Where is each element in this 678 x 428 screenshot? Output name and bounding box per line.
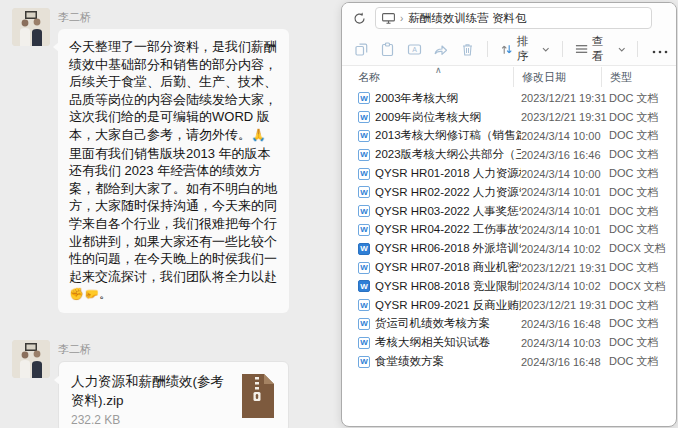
file-type: DOC 文档 — [609, 166, 676, 181]
file-name: QYSR HR07-2018 商业机密管理规范 — [375, 260, 521, 275]
share-button[interactable] — [428, 37, 455, 61]
attachment-file-name: 人力资源和薪酬绩效(参考资料).zip — [71, 372, 231, 410]
file-row[interactable]: QYSR HR02-2022 人力资源管理规范 2024/3/14 10:01 … — [342, 183, 676, 202]
avatar[interactable] — [12, 340, 50, 378]
file-row[interactable]: 2023版考核大纲公共部分（三项基础考... 2024/3/16 16:46 D… — [342, 145, 676, 164]
file-date-modified: 2024/3/16 16:48 — [521, 318, 609, 330]
folded-hands-emoji: 🙏 — [251, 128, 266, 142]
paste-button[interactable] — [375, 37, 402, 61]
file-name: 2009年岗位考核大纲 — [375, 110, 481, 125]
address-breadcrumb[interactable]: › 薪酬绩效训练营 资料包 — [375, 7, 652, 29]
file-date-modified: 2024/3/14 10:00 — [521, 130, 609, 142]
file-row[interactable]: 货运司机绩效考核方案 2024/3/16 16:48 DOC 文档 — [342, 315, 676, 334]
file-row[interactable]: 2009年岗位考核大纲 2023/12/21 19:31 DOC 文档 — [342, 108, 676, 127]
file-date-modified: 2024/3/14 10:01 — [521, 224, 609, 236]
file-name: 2013考核大纲修订稿（销售篇） — [375, 128, 521, 143]
doc-word-icon — [358, 224, 370, 236]
file-type: DOCX 文档 — [609, 279, 676, 294]
file-type: DOC 文档 — [609, 298, 676, 313]
sender-name: 李二桥 — [58, 10, 91, 25]
file-date-modified: 2024/3/14 10:02 — [521, 280, 609, 292]
doc-word-icon — [358, 356, 370, 368]
sort-arrows-icon — [500, 43, 513, 56]
file-name: QYSR HR06-2018 外派培训管理细则 -ok — [375, 241, 521, 256]
zip-file-icon — [240, 374, 274, 418]
file-row[interactable]: QYSR HR01-2018 人力资源标准 2024/3/14 10:00 DO… — [342, 164, 676, 183]
breadcrumb-path: 薪酬绩效训练营 资料包 — [408, 11, 526, 26]
doc-word-icon — [358, 168, 370, 180]
message-text: 里面有我们销售版块2013 年的版本还有我们 2023 年经营体的绩效方案，都给… — [69, 146, 277, 284]
file-type: DOC 文档 — [609, 335, 676, 350]
file-row[interactable]: 2013考核大纲修订稿（销售篇） 2024/3/14 10:00 DOC 文档 — [342, 127, 676, 146]
file-type: DOC 文档 — [609, 260, 676, 275]
sort-button[interactable]: 排序 — [494, 37, 556, 61]
sender-name: 李二桥 — [58, 342, 91, 357]
view-button[interactable]: 查看 — [569, 37, 631, 61]
file-type: DOC 文档 — [609, 222, 676, 237]
file-date-modified: 2024/3/14 10:01 — [521, 186, 609, 198]
file-row[interactable]: QYSR HR08-2018 竞业限制协议 2024/3/14 10:02 DO… — [342, 277, 676, 296]
doc-word-icon — [358, 205, 370, 217]
doc-word-icon — [358, 318, 370, 330]
file-name: QYSR HR04-2022 工伤事故管理细则- ok — [375, 222, 521, 237]
file-row[interactable]: 考核大纲相关知识试卷 2024/3/14 10:03 DOC 文档 — [342, 333, 676, 352]
file-name: QYSR HR01-2018 人力资源标准 — [375, 166, 521, 181]
file-row[interactable]: QYSR HR04-2022 工伤事故管理细则- ok 2024/3/14 10… — [342, 221, 676, 240]
copy-button[interactable] — [348, 37, 375, 61]
column-header-date[interactable]: 修改日期 — [513, 67, 609, 87]
column-header-row: ∧ 名称 修改日期 类型 — [342, 67, 676, 87]
file-row[interactable]: QYSR HR03-2022 人事奖惩管理细则-ok 2024/3/14 10:… — [342, 202, 676, 221]
file-date-modified: 2024/3/14 10:01 — [521, 205, 609, 217]
ellipsis-icon — [652, 50, 668, 54]
refresh-button[interactable] — [353, 12, 366, 25]
avatar[interactable] — [12, 8, 50, 46]
rename-icon: A — [407, 42, 422, 57]
breadcrumb-chevron-icon: › — [400, 13, 403, 24]
file-type: DOC 文档 — [609, 316, 676, 331]
svg-text:A: A — [412, 46, 417, 53]
avatar-photo-two-people — [12, 8, 50, 46]
doc-word-icon — [358, 149, 370, 161]
file-name: QYSR HR02-2022 人力资源管理规范 — [375, 185, 521, 200]
file-row[interactable]: QYSR HR09-2021 反商业贿赂管理细则 2023/12/21 19:3… — [342, 296, 676, 315]
doc-word-icon — [358, 337, 370, 349]
file-name: QYSR HR03-2022 人事奖惩管理细则-ok — [375, 204, 521, 219]
rename-button[interactable]: A — [401, 37, 428, 61]
file-date-modified: 2024/3/16 16:48 — [521, 356, 609, 368]
file-row[interactable]: 2003年考核大纲 2023/12/21 19:31 DOC 文档 — [342, 89, 676, 108]
file-type: DOCX 文档 — [609, 241, 676, 256]
file-type: DOC 文档 — [609, 110, 676, 125]
docx-word-icon — [358, 243, 370, 255]
doc-word-icon — [358, 130, 370, 142]
file-name: QYSR HR09-2021 反商业贿赂管理细则 — [375, 298, 521, 313]
chevron-down-icon — [618, 47, 626, 52]
chat-panel: 李二桥 今天整理了一部分资料，是我们薪酬绩效中基础部分和销售的部分内容，后续关于… — [0, 0, 340, 428]
file-row[interactable]: 食堂绩效方案 2024/3/16 16:48 DOC 文档 — [342, 352, 676, 371]
doc-word-icon — [358, 262, 370, 274]
more-options-button[interactable] — [644, 42, 676, 57]
avatar-photo-two-people — [12, 340, 50, 378]
file-row[interactable]: QYSR HR07-2018 商业机密管理规范 2023/12/21 19:31… — [342, 258, 676, 277]
file-name: 2023版考核大纲公共部分（三项基础考... — [375, 147, 521, 162]
raised-fist-emoji: ✊ — [69, 287, 84, 301]
file-type: DOC 文档 — [609, 354, 676, 369]
file-row[interactable]: QYSR HR06-2018 外派培训管理细则 -ok 2024/3/14 10… — [342, 239, 676, 258]
file-date-modified: 2024/3/14 10:02 — [521, 243, 609, 255]
delete-button[interactable] — [454, 37, 481, 61]
file-date-modified: 2023/12/21 19:31 — [521, 92, 609, 104]
sort-button-label: 排序 — [517, 34, 539, 64]
chevron-down-icon — [542, 47, 550, 52]
file-type: DOC 文档 — [609, 128, 676, 143]
toolbar-separator — [487, 41, 488, 57]
message-text: 。 — [99, 286, 112, 301]
file-name: 食堂绩效方案 — [375, 354, 444, 369]
doc-word-icon — [358, 299, 370, 311]
toolbar-separator — [562, 41, 563, 57]
file-attachment-card[interactable]: 人力资源和薪酬绩效(参考资料).zip 232.2 KB — [58, 361, 289, 428]
file-name: QYSR HR08-2018 竞业限制协议 — [375, 279, 521, 294]
file-list: 2003年考核大纲 2023/12/21 19:31 DOC 文档 2009年岗… — [342, 89, 676, 371]
message-text: 今天整理了一部分资料，是我们薪酬绩效中基础部分和销售的部分内容，后续关于食堂、后… — [69, 39, 277, 142]
column-header-type[interactable]: 类型 — [601, 67, 676, 87]
view-button-label: 查看 — [592, 34, 614, 64]
file-date-modified: 2023/12/21 19:31 — [521, 299, 609, 311]
